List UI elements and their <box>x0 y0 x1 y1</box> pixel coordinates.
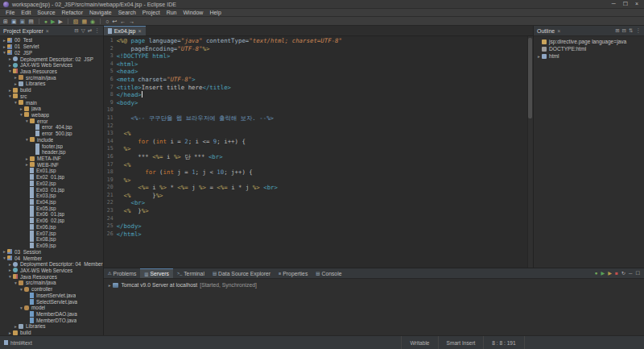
code-line[interactable]: 3<!DOCTYPE html> <box>104 52 533 60</box>
tree-item-ex07-jsp[interactable]: Ex07.jsp <box>0 230 103 236</box>
tree-item-ex06-02-jsp[interactable]: Ex06_02.jsp <box>0 218 103 224</box>
code-line[interactable]: 10 <box>104 106 533 114</box>
tree-item-header-jsp[interactable]: header.jsp <box>0 149 103 156</box>
tab-problems[interactable]: ⚠Problems <box>104 268 141 278</box>
tree-item-main[interactable]: ▾main <box>0 99 103 106</box>
menu-item-run[interactable]: Run <box>163 10 180 15</box>
view-menu-icon[interactable]: ⋮ <box>636 27 642 34</box>
tab-ex04-jsp[interactable]: Ex04.jsp × <box>104 26 146 35</box>
code-line[interactable]: 4<html> <box>104 60 533 69</box>
code-line[interactable]: 18 for (int j = 1; j < 10; j++) { <box>104 168 533 177</box>
code-line[interactable]: 26</html> <box>104 231 533 239</box>
tree-item-ex06-jsp[interactable]: Ex06.jsp <box>0 224 103 231</box>
menu-item-help[interactable]: Help <box>206 10 224 15</box>
tree-item-ex05-jsp[interactable]: Ex05.jsp <box>0 205 103 211</box>
code-editor[interactable]: 1<%@ page language="java" contentType="t… <box>104 36 533 268</box>
print-icon[interactable]: ▤ <box>28 19 34 24</box>
run-icon[interactable]: ▶ <box>51 19 55 24</box>
tree-item-memberdao-java[interactable]: MemberDAO.java <box>0 311 103 318</box>
menu-item-window[interactable]: Window <box>180 10 206 15</box>
arrow-collapsed-icon[interactable]: ▸ <box>19 106 24 111</box>
tab-servers[interactable]: ▥Servers <box>140 268 173 278</box>
tree-item-webapp[interactable]: ▾webapp <box>0 112 103 118</box>
tree-item-02-jsp[interactable]: ▾02_JSP <box>0 49 103 56</box>
tree-item-footer-jsp[interactable]: footer.jsp <box>0 143 103 149</box>
tree-item-ex03-01-jsp[interactable]: Ex03_01.jsp <box>0 186 103 193</box>
tree-item-web-inf[interactable]: ▸WEB-INF <box>0 161 103 168</box>
collapse-all-icon[interactable]: ⊟ <box>74 27 78 34</box>
tree-item-jax-ws-web-services[interactable]: ▸JAX-WS Web Services <box>0 62 103 69</box>
save-all-icon[interactable]: ▣ <box>20 19 26 24</box>
external-tools-icon[interactable]: ▶ <box>58 19 62 24</box>
tree-item-error[interactable]: ▾error <box>0 118 103 124</box>
tree-item-src-main-java[interactable]: ▾src/main/java <box>0 280 103 286</box>
code-line[interactable]: 2 pageEncoding="UTF-8"%> <box>104 45 533 53</box>
stop-server-icon[interactable]: ■ <box>615 271 618 276</box>
tree-item-build[interactable]: ▸build <box>0 87 103 93</box>
tree-item-ex04-jsp[interactable]: Ex04.jsp <box>0 199 103 206</box>
new-class-icon[interactable]: ◉ <box>90 19 95 24</box>
arrow-collapsed-icon[interactable]: ▸ <box>2 44 7 49</box>
menu-item-search[interactable]: Search <box>115 10 139 15</box>
code-line[interactable]: 21 <% }%> <box>104 192 533 200</box>
tree-item-deployment-descriptor-02-jsp[interactable]: ▸Deployment Descriptor: 02_JSP <box>0 56 103 62</box>
menu-item-edit[interactable]: Edit <box>18 10 34 15</box>
arrow-expanded-icon[interactable]: ▾ <box>19 305 24 310</box>
arrow-collapsed-icon[interactable]: ▸ <box>2 249 7 254</box>
arrow-collapsed-icon[interactable]: ▸ <box>7 268 13 272</box>
code-line[interactable]: 12 <box>104 123 533 131</box>
tree-item-java[interactable]: ▸java <box>0 106 103 112</box>
tree-item-meta-inf[interactable]: ▸META-INF <box>0 156 103 162</box>
link-with-editor-icon[interactable]: ⇄ <box>88 27 92 34</box>
code-line[interactable]: 11 <%-- 구구단을 웹 브라우저에 출력해 보자. --%> <box>104 114 533 123</box>
arrow-collapsed-icon[interactable]: ▸ <box>7 88 13 93</box>
maximize-panel-icon[interactable]: ☐ <box>635 271 640 276</box>
tree-item-ex08-jsp[interactable]: Ex08.jsp <box>0 236 103 243</box>
tab-terminal[interactable]: >_Terminal <box>173 268 208 278</box>
tree-item-src[interactable]: ▾src <box>0 93 103 99</box>
minimize-panel-icon[interactable]: ─ <box>629 271 632 276</box>
tree-item-ex02-jsp[interactable]: Ex02.jsp <box>0 181 103 187</box>
arrow-collapsed-icon[interactable]: ▸ <box>536 54 542 59</box>
editor-scrollbar[interactable] <box>527 36 533 268</box>
tab-data-source-explorer[interactable]: ▤Data Source Explorer <box>208 268 275 278</box>
code-line[interactable]: 15 %> <box>104 145 533 153</box>
menu-item-project[interactable]: Project <box>139 10 163 15</box>
arrow-expanded-icon[interactable]: ▾ <box>19 112 24 117</box>
tab-close-icon[interactable]: × <box>138 28 142 34</box>
tree-item-01-servlet[interactable]: ▸01_Servlet <box>0 44 103 50</box>
tree-item-ex06-01-jsp[interactable]: Ex06_01.jsp <box>0 211 103 218</box>
new-package-icon[interactable]: ▦ <box>81 19 87 24</box>
tree-item-libraries[interactable]: ▸Libraries <box>0 323 103 330</box>
code-line[interactable]: 19 %> <box>104 177 533 185</box>
arrow-expanded-icon[interactable]: ▾ <box>7 69 13 73</box>
arrow-expanded-icon[interactable]: ▾ <box>2 256 7 260</box>
code-line[interactable]: 6<meta charset="UTF-8"> <box>104 76 533 84</box>
menu-item-navigate[interactable]: Navigate <box>86 10 115 15</box>
sort-icon[interactable]: ⇅ <box>629 27 633 34</box>
publish-server-icon[interactable]: ↻ <box>621 271 625 276</box>
save-icon[interactable]: ▣ <box>11 19 17 24</box>
arrow-expanded-icon[interactable]: ▾ <box>19 287 24 292</box>
tree-item-deployment-descriptor-04-member[interactable]: ▸Deployment Descriptor: 04_Member <box>0 261 103 268</box>
outline-item-jsp-directive-page-language-java[interactable]: jsp:directive.page language=java <box>534 38 644 45</box>
tree-item-controller[interactable]: ▾controller <box>0 286 103 293</box>
tree-item-insertservlet-java[interactable]: InsertServlet.java <box>0 292 103 298</box>
code-line[interactable]: 7<title>Insert title here</title> <box>104 84 533 92</box>
tree-item-model[interactable]: ▾model <box>0 305 103 311</box>
code-line[interactable]: 5<head> <box>104 68 533 76</box>
arrow-collapsed-icon[interactable]: ▸ <box>24 162 30 167</box>
code-line[interactable]: 16 *** <%= i %> 단 *** <br> <box>104 153 533 161</box>
close-view-icon[interactable]: × <box>557 28 560 34</box>
tree-item-ex02-01-jsp[interactable]: Ex02_01.jsp <box>0 174 103 181</box>
tree-item-java-resources[interactable]: ▾Java Resources <box>0 273 103 280</box>
tree-item-jax-ws-web-services[interactable]: ▸JAX-WS Web Services <box>0 268 103 274</box>
minimize-button[interactable]: ─ <box>612 1 616 7</box>
debug-server-icon[interactable]: ● <box>595 271 598 276</box>
arrow-collapsed-icon[interactable]: ▸ <box>24 156 30 161</box>
tree-item-ex01-jsp[interactable]: Ex01.jsp <box>0 168 103 174</box>
tree-item-libraries[interactable]: ▸Libraries <box>0 81 103 87</box>
arrow-expanded-icon[interactable]: ▾ <box>13 280 19 285</box>
arrow-expanded-icon[interactable]: ▾ <box>24 118 30 123</box>
tree-item-selectservlet-java[interactable]: SelectServlet.java <box>0 298 103 305</box>
